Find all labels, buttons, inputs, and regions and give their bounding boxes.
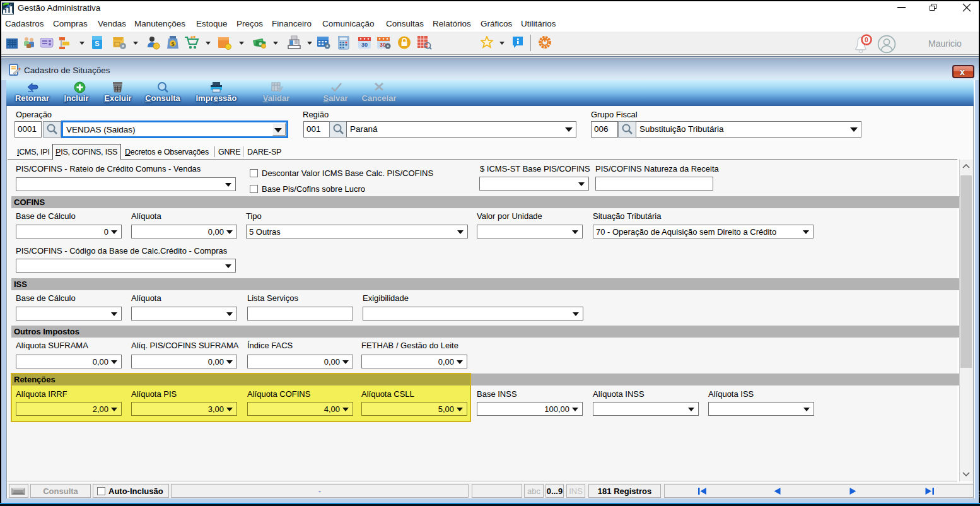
svg-text:S: S: [95, 40, 99, 47]
svg-text:$: $: [171, 41, 174, 47]
svg-text:30: 30: [380, 42, 386, 48]
svg-text:0: 0: [865, 36, 868, 44]
svg-text:30: 30: [361, 42, 368, 48]
